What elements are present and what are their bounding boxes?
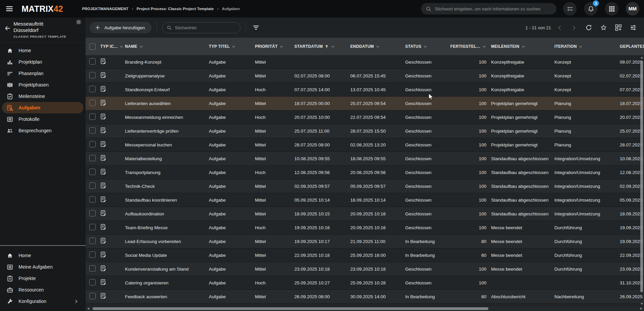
table-row[interactable]: AufbaukoordinationAufgabeMittel18.09.202… bbox=[86, 207, 644, 221]
chevron-down-icon[interactable] bbox=[521, 44, 526, 49]
horizontal-scrollbar[interactable] bbox=[86, 306, 644, 311]
row-checkbox[interactable] bbox=[89, 293, 96, 299]
table-row[interactable]: Catering organisierenAufgabeHoch25.09.20… bbox=[86, 276, 644, 290]
chevron-down-icon[interactable] bbox=[139, 44, 144, 49]
table-row[interactable]: Messeanmeldung einreichenAufgabeHoch20.0… bbox=[86, 110, 644, 124]
row-checkbox[interactable] bbox=[89, 155, 96, 161]
column-header-typ-titel[interactable]: TYP TITEL bbox=[209, 44, 255, 49]
user-avatar[interactable]: MM bbox=[626, 2, 639, 15]
row-checkbox[interactable] bbox=[89, 58, 96, 65]
table-row[interactable]: Standaufbau koordinierenAufgabeMittel05.… bbox=[86, 193, 644, 207]
scroll-down-icon[interactable] bbox=[640, 302, 644, 306]
sidebar-item-besprechungen[interactable]: Besprechungen bbox=[2, 125, 84, 136]
chevron-down-icon[interactable] bbox=[231, 44, 236, 49]
vertical-scrollbar[interactable] bbox=[640, 55, 644, 306]
gear-icon[interactable] bbox=[76, 19, 82, 25]
table-row[interactable]: Lieferanten auswählenAufgabeMittel18.07.… bbox=[86, 97, 644, 110]
refresh-icon[interactable] bbox=[585, 24, 592, 31]
sidebar-item-meine-aufgaben[interactable]: Meine Aufgaben bbox=[2, 261, 84, 273]
chevron-down-icon[interactable] bbox=[119, 44, 124, 49]
table-row[interactable]: Feedback auswertenAufgabeMittel26.09.202… bbox=[86, 290, 644, 304]
add-task-button[interactable]: Aufgabe hinzufügen bbox=[90, 22, 152, 33]
column-header-geplantes[interactable]: GEPLANTES bbox=[620, 44, 644, 49]
row-checkbox[interactable] bbox=[89, 127, 96, 134]
row-checkbox[interactable] bbox=[89, 279, 96, 285]
column-header-iteration[interactable]: ITERATION bbox=[554, 44, 620, 49]
sidebar-item-home[interactable]: Home bbox=[2, 250, 84, 261]
table-row[interactable]: ZielgruppenanalyseAufgabeMittel02.07.202… bbox=[86, 69, 644, 83]
column-header-typ-ic-[interactable]: TYP IC... bbox=[100, 44, 125, 49]
sidebar-item-ressourcen[interactable]: Ressourcen bbox=[2, 284, 84, 296]
back-arrow-icon[interactable] bbox=[4, 25, 11, 32]
sidebar-item-home[interactable]: Home bbox=[2, 45, 84, 56]
chevron-down-icon[interactable] bbox=[578, 44, 583, 49]
breadcrumb-item[interactable]: Project Process: Classic Project Templat… bbox=[136, 7, 214, 11]
column-header-name[interactable]: NAME bbox=[125, 44, 209, 49]
menu-icon[interactable] bbox=[5, 5, 13, 13]
page-previous-icon[interactable] bbox=[556, 25, 563, 31]
row-checkbox[interactable] bbox=[89, 224, 96, 230]
sidebar-item-projekte[interactable]: Projekte bbox=[2, 273, 84, 284]
scroll-left-icon[interactable] bbox=[87, 307, 90, 310]
chevron-down-icon[interactable] bbox=[279, 44, 284, 49]
table-row[interactable]: Lieferantenverträge prüfenAufgabeMittel2… bbox=[86, 124, 644, 138]
chevron-down-icon[interactable] bbox=[423, 44, 428, 49]
column-header-status[interactable]: STATUS bbox=[405, 44, 450, 49]
column-header-startdatum[interactable]: STARTDATUM bbox=[294, 44, 350, 49]
global-search[interactable] bbox=[421, 3, 556, 14]
notifications-button[interactable]: 3 bbox=[584, 2, 598, 15]
column-header-enddatum[interactable]: ENDDATUM bbox=[350, 44, 405, 49]
row-checkbox[interactable] bbox=[89, 182, 96, 189]
table-row[interactable]: TransportplanungAufgabeHoch12.08.2025 09… bbox=[86, 166, 644, 179]
sidebar-item-phasenplan[interactable]: Phasenplan bbox=[2, 68, 84, 79]
table-row[interactable]: MaterialbestellungAufgabeMittel10.08.202… bbox=[86, 152, 644, 166]
row-checkbox[interactable] bbox=[89, 100, 96, 106]
column-settings-icon[interactable] bbox=[630, 24, 637, 31]
row-checkbox[interactable] bbox=[89, 251, 96, 258]
keyword-search[interactable] bbox=[162, 22, 240, 33]
chevron-down-icon[interactable] bbox=[375, 44, 380, 49]
row-checkbox[interactable] bbox=[89, 238, 96, 244]
sidebar-item-projektplan[interactable]: Projektplan bbox=[2, 56, 84, 68]
table-row[interactable]: Branding-KonzeptAufgabeMittelGeschlossen… bbox=[86, 55, 644, 69]
add-widget-icon[interactable] bbox=[615, 24, 622, 31]
row-checkbox[interactable] bbox=[89, 113, 96, 120]
page-next-icon[interactable] bbox=[571, 25, 577, 31]
row-checkbox[interactable] bbox=[89, 141, 96, 147]
multi-check-button[interactable] bbox=[563, 2, 577, 15]
row-checkbox[interactable] bbox=[89, 169, 96, 175]
sidebar-item-konfiguration[interactable]: Konfiguration bbox=[2, 296, 84, 307]
keyword-search-input[interactable] bbox=[175, 25, 236, 30]
breadcrumb-item[interactable]: Aufgaben bbox=[222, 7, 240, 11]
scroll-right-icon[interactable] bbox=[640, 307, 643, 310]
app-grid-button[interactable] bbox=[605, 2, 618, 15]
select-all-checkbox[interactable] bbox=[89, 43, 96, 50]
row-checkbox[interactable] bbox=[89, 196, 96, 203]
table-row[interactable]: Standkonzept-EntwurfAufgabeHoch07.07.202… bbox=[86, 83, 644, 97]
table-row[interactable]: Lead-Erfassung vorbereitenAufgabeMittel1… bbox=[86, 235, 644, 248]
chevron-down-icon[interactable] bbox=[482, 44, 487, 49]
scroll-up-icon[interactable] bbox=[640, 56, 644, 59]
global-search-input[interactable] bbox=[435, 6, 552, 11]
table-row[interactable]: Kundenveranstaltung am StandAufgabeMitte… bbox=[86, 262, 644, 276]
row-checkbox[interactable] bbox=[89, 86, 96, 92]
favorite-star-icon[interactable] bbox=[600, 24, 607, 31]
chevron-down-icon[interactable] bbox=[330, 44, 335, 49]
table-row[interactable]: Social Media UpdateAufgabeMittel22.09.20… bbox=[86, 248, 644, 262]
column-header-fertigstel-[interactable]: FERTIGSTEL... bbox=[450, 44, 491, 49]
row-checkbox[interactable] bbox=[89, 265, 96, 272]
sidebar-item-projektphasen[interactable]: Projektphasen bbox=[2, 79, 84, 91]
filter-icon[interactable] bbox=[252, 24, 260, 31]
row-checkbox[interactable] bbox=[89, 210, 96, 216]
sidebar-item-protokolle[interactable]: Protokolle bbox=[2, 113, 84, 125]
column-header-meilenstein[interactable]: MEILENSTEIN bbox=[491, 44, 554, 49]
sidebar-item-meilensteine[interactable]: Meilensteine bbox=[2, 91, 84, 102]
table-row[interactable]: Technik-CheckAufgabeMittel02.09.2025 09:… bbox=[86, 179, 644, 193]
table-row[interactable]: Team-Briefing MesseAufgabeHoch19.09.2025… bbox=[86, 221, 644, 235]
column-header-priorität[interactable]: PRIORITÄT bbox=[255, 44, 294, 49]
breadcrumb-item[interactable]: PROJEKTMANAGEMENT bbox=[82, 7, 128, 11]
table-row[interactable]: Messepersonal buchenAufgabeMittel28.07.2… bbox=[86, 138, 644, 152]
sidebar-item-aufgaben[interactable]: Aufgaben bbox=[2, 102, 84, 113]
vertical-scrollbar-thumb[interactable] bbox=[640, 61, 643, 292]
row-checkbox[interactable] bbox=[89, 72, 96, 78]
